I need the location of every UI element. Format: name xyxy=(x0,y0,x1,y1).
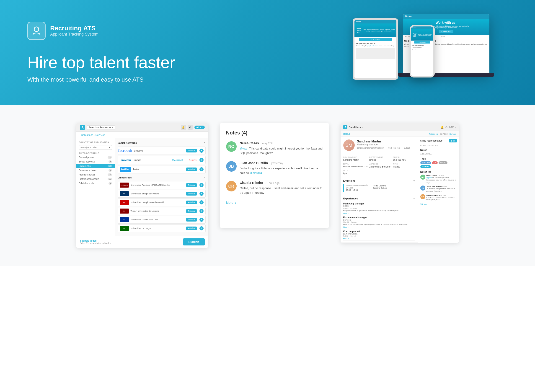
linkedin-myaccount-btn[interactable]: My Account xyxy=(172,159,183,161)
tag-api[interactable]: API xyxy=(432,161,438,164)
note-1-header: Nerea Casas · may 20th xyxy=(240,141,323,145)
notes-title: Notes (4) xyxy=(226,130,323,136)
detail-dept-label: DÉPARTEMENT xyxy=(369,156,391,158)
cand-sub-header: Retour Précédent 12 / 362 Suivant xyxy=(341,131,459,137)
nerea-avatar: NC xyxy=(226,141,237,152)
next-btn[interactable]: Suivant xyxy=(449,133,456,135)
facebook-wordmark: facebook xyxy=(118,149,132,153)
notification-icon[interactable]: 🔔 xyxy=(440,126,444,129)
add-note-field[interactable]: Add a note... xyxy=(420,153,457,155)
europea-plus-btn[interactable]: + xyxy=(199,192,204,196)
country-select[interactable]: Spain (67 portals) ▾ xyxy=(79,145,112,150)
exp-2-company: Servsolt xyxy=(343,219,415,221)
burgos-name: Universidad de Burgos xyxy=(131,227,184,229)
portal-professional[interactable]: Proffesional schools 11 xyxy=(76,177,115,181)
selection-processes-tab[interactable]: Selection Processes ▾ xyxy=(87,125,115,130)
more-label: More xyxy=(226,201,233,205)
breadcrumb-parent[interactable]: Publications xyxy=(80,134,93,136)
navarra-plus-btn[interactable]: + xyxy=(199,209,204,213)
europea-publish-btn[interactable]: Publish xyxy=(186,192,197,196)
comillas-publish-btn[interactable]: Publish xyxy=(186,183,197,187)
portal-name: Proffesional schools xyxy=(79,178,99,180)
footer-job-title: Sales Representative in Madrid xyxy=(80,242,112,245)
exp-3-more[interactable]: Plus → xyxy=(343,238,349,239)
universities-header: Universities ∧ xyxy=(118,176,206,179)
voir-plus-btn[interactable]: Voir plus → xyxy=(420,203,430,205)
camilo-logo: UCJ xyxy=(120,217,129,222)
twitter-publish-btn[interactable]: Publish xyxy=(186,168,197,171)
mini-note-2-header: Juan Jose Bustillo · hier xyxy=(427,186,457,187)
complutense-plus-btn[interactable]: + xyxy=(199,200,204,205)
exp-3-title: Chef de produit xyxy=(343,230,415,233)
facebook-publish-btn[interactable]: Publish xyxy=(186,149,197,153)
cand-contacts: sandrine.martin@hotmail.com · 654 456 45… xyxy=(357,147,415,149)
settings-icon[interactable]: ⚙ xyxy=(188,125,193,130)
main-publish-btn[interactable]: Publish xyxy=(183,238,205,245)
portal-universities[interactable]: Universities 14 xyxy=(76,164,115,168)
camilo-plus-btn[interactable]: + xyxy=(199,218,204,222)
collapse-social-btn[interactable]: ∧ xyxy=(203,141,206,145)
prev-btn[interactable]: Précédent xyxy=(429,133,438,135)
twitter-plus-btn[interactable]: + xyxy=(199,167,204,171)
panel-sidebar: COUNTRY OF PUBLICATION Spain (67 portals… xyxy=(76,138,115,236)
country-value: Spain (67 portals) xyxy=(80,146,97,149)
uni-comillas-item: COMILLAS Universidad Pontificia ICAI ICA… xyxy=(118,181,206,189)
portal-premium[interactable]: Premium portals 16 xyxy=(76,173,115,177)
user-badge[interactable]: Aitor ▾ xyxy=(194,126,204,129)
linkedin-logo: Linkedin xyxy=(120,158,131,163)
ent-times: 09:30 10:00 xyxy=(346,189,368,191)
burgos-plus-btn[interactable]: + xyxy=(199,226,204,230)
portal-social[interactable]: Social networks 3 xyxy=(76,159,115,164)
score-btn[interactable]: 5 ★ xyxy=(449,139,457,142)
notes-more-btn[interactable]: More ∨ xyxy=(226,201,323,205)
collapse-uni-btn[interactable]: ∧ xyxy=(203,176,206,179)
panel-header-left: Selection Processes ▾ xyxy=(80,125,115,130)
brand-text: Recruiting ATS Applicant Tracking System xyxy=(50,25,99,37)
comillas-plus-btn[interactable]: + xyxy=(199,183,204,187)
navarra-publish-btn[interactable]: Publish xyxy=(186,209,197,213)
mini-nerea-avatar: NC xyxy=(420,175,425,180)
notification-icon[interactable]: 🔔 xyxy=(181,125,186,130)
back-btn[interactable]: Retour xyxy=(343,133,350,135)
ent-end: 10:00 xyxy=(353,189,358,191)
uni-europea-item: UE Universidad Europea de Madrid Publish… xyxy=(118,190,206,198)
linkedin-remove-btn[interactable]: Remove xyxy=(189,159,197,161)
burgos-publish-btn[interactable]: Publish xyxy=(186,227,197,230)
cand-phone: 654 456 456 xyxy=(388,147,400,149)
exp-2-more[interactable]: Plus → xyxy=(343,226,349,228)
entretiens-collapse-btn[interactable]: ∨ xyxy=(413,179,415,182)
tag-admin[interactable]: ADMIN xyxy=(439,161,447,164)
cand-salary: 2.800€ xyxy=(404,147,410,149)
uni-burgos-item: UBu Universidad de Burgos Publish + xyxy=(118,224,206,232)
country-label: COUNTRY OF PUBLICATION xyxy=(76,141,115,144)
settings-icon[interactable]: ⚙ xyxy=(445,126,448,129)
exp-1-desc: Responsable de la gestion du département… xyxy=(343,209,415,212)
svg-point-0 xyxy=(34,27,39,32)
notes-panel: Notes (4) NC Nerea Casas · may 20th @jua… xyxy=(220,123,329,228)
camilo-publish-btn[interactable]: Publish xyxy=(186,218,197,222)
exp-3-company: La Nevera Roja xyxy=(343,233,415,235)
tag-english[interactable]: ENGLISH xyxy=(420,161,431,164)
note-1-content: Nerea Casas · may 20th @juan This candid… xyxy=(240,141,323,155)
portal-count: 14 xyxy=(108,165,112,167)
cand-info-main: Sandrine Martin Marketing Manager sandri… xyxy=(357,140,415,149)
exp-2-desc: Augmenter les ventes en ligne et par rec… xyxy=(343,223,415,226)
portal-name: Business schools xyxy=(79,169,96,172)
complutense-publish-btn[interactable]: Publish xyxy=(186,201,197,204)
facebook-plus-btn[interactable]: + xyxy=(199,149,204,153)
portal-business[interactable]: Business schools 8 xyxy=(76,168,115,173)
note-3-text: Called, but no response. I sent and emai… xyxy=(240,186,323,195)
experiences-header: Experiences ∨ xyxy=(343,197,415,200)
cand-body: SM Sandrine Martin Marketing Manager san… xyxy=(341,137,459,243)
tag-special[interactable]: SPECIAL xyxy=(420,165,431,168)
note-item-1: NC Nerea Casas · may 20th @juan This can… xyxy=(226,141,323,155)
linkedin-plus-btn[interactable]: + xyxy=(199,158,204,162)
detail-nom-value: Sandrine Martin xyxy=(343,159,367,161)
portal-general[interactable]: General portals 12 xyxy=(76,155,115,159)
experiences-collapse-btn[interactable]: ∨ xyxy=(413,197,415,200)
cta-btn[interactable]: JOIN BIZNEO xyxy=(439,30,454,33)
svg-point-2 xyxy=(345,126,346,127)
exp-1-more[interactable]: Plus → xyxy=(343,212,349,214)
candidats-tab[interactable]: Candidats xyxy=(349,126,361,129)
portal-official[interactable]: Official schools 5 xyxy=(76,181,115,186)
